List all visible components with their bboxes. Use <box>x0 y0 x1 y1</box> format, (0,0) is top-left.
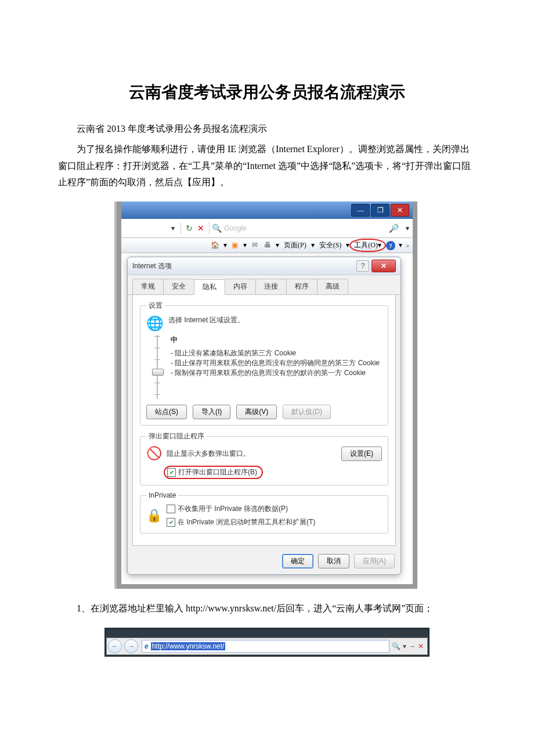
default-button[interactable]: 默认值(D) <box>283 405 331 419</box>
popup-enable-checkbox[interactable]: ✔ 打开弹出窗口阻止程序(B) <box>164 466 263 479</box>
globe-icon: 🌐 <box>146 315 164 332</box>
dialog-tabs: 常规 安全 隐私 内容 连接 程序 高级 <box>128 275 400 295</box>
dialog-help-icon[interactable]: ? <box>356 260 369 272</box>
screenshot-ie-addressbar: ← → e http://www.ynrsksw.net/ 🔍 ▾ → ✕ <box>104 628 430 657</box>
go-icon[interactable]: → <box>409 642 416 650</box>
rss-icon[interactable]: ▣ <box>230 241 240 250</box>
stop-icon[interactable]: ✕ <box>418 642 424 650</box>
dialog-close-button[interactable]: ✕ <box>371 260 396 272</box>
tab-general[interactable]: 常规 <box>132 279 164 294</box>
tab-connections[interactable]: 连接 <box>255 279 287 294</box>
import-button[interactable]: 导入(I) <box>193 405 230 419</box>
group-settings-legend: 设置 <box>146 301 165 311</box>
search-icon[interactable]: 🔍 <box>392 642 400 650</box>
tab-security[interactable]: 安全 <box>163 279 194 294</box>
toolbar-overflow-icon[interactable]: » <box>406 241 409 250</box>
address-url: http://www.ynrsksw.net/ <box>151 642 226 650</box>
menu-safety[interactable]: 安全(S) <box>318 240 343 250</box>
group-inprivate: InPrivate 🔒 不收集用于 InPrivate 筛选的数据(P) ✔ <box>140 491 388 534</box>
back-button[interactable]: ← <box>108 639 122 653</box>
popup-blocker-icon: 🚫 <box>146 446 162 461</box>
ok-button[interactable]: 确定 <box>282 554 313 568</box>
group-popup-legend: 弹出窗口阻止程序 <box>146 431 207 441</box>
address-row: ▾ ↻ ✕ 🔍 Google 🔎 ▾ <box>121 219 413 238</box>
window-close-button[interactable]: ✕ <box>391 204 409 217</box>
apply-button[interactable]: 应用(A) <box>354 554 395 568</box>
cancel-button[interactable]: 取消 <box>318 554 349 568</box>
privacy-bullet-2: - 阻止保存可用来联系您的信息而没有您的明确同意的第三方 Cookie <box>171 358 380 368</box>
group-popup-blocker: 弹出窗口阻止程序 🚫 阻止显示大多数弹出窗口。 设置(E) ✔ 打开弹出窗口阻止… <box>140 431 388 485</box>
advanced-button[interactable]: 高级(V) <box>236 405 277 419</box>
privacy-level-label: 中 <box>171 335 380 345</box>
internet-options-dialog: Internet 选项 ? ✕ 常规 安全 隐私 内容 连接 程序 高级 设置 <box>127 257 401 575</box>
search-dropdown-icon[interactable]: ▾ <box>406 224 409 232</box>
privacy-bullet-3: - 限制保存可用来联系您的信息而没有您的默许的第一方 Cookie <box>171 368 380 378</box>
tab-content[interactable]: 内容 <box>225 279 256 294</box>
tab-privacy[interactable]: 隐私 <box>194 279 225 295</box>
print-icon[interactable]: 🖶 <box>263 241 272 250</box>
menu-page[interactable]: 页面(P) <box>283 240 308 250</box>
stop-icon[interactable]: ✕ <box>197 224 204 233</box>
checkbox-icon[interactable]: ✔ <box>167 518 175 527</box>
dialog-title: Internet 选项 <box>132 261 356 271</box>
forward-button[interactable]: → <box>124 639 138 653</box>
inprivate-chk1-label: 不收集用于 InPrivate 筛选的数据(P) <box>178 504 288 514</box>
settings-desc: 选择 Internet 区域设置。 <box>168 315 244 325</box>
ie-command-bar: 🏠▾ ▣▾ ✉ 🖶▾ 页面(P)▾ 安全(S)▾ 工具(O)▾ ?▾ » <box>121 238 413 253</box>
help-icon[interactable]: ? <box>386 241 395 250</box>
address-dropdown-icon[interactable]: ▾ <box>171 224 175 232</box>
group-settings: 设置 🌐 选择 Internet 区域设置。 <box>140 301 388 426</box>
privacy-bullet-1: - 阻止没有紧凑隐私政策的第三方 Cookie <box>171 348 380 358</box>
home-icon[interactable]: 🏠 <box>211 241 220 250</box>
read-mail-icon[interactable]: ✉ <box>250 241 259 250</box>
intro-line: 云南省 2013 年度考试录用公务员报名流程演示 <box>58 121 476 138</box>
sites-button[interactable]: 站点(S) <box>146 405 187 419</box>
popup-settings-button[interactable]: 设置(E) <box>341 447 382 461</box>
popup-enable-label: 打开弹出窗口阻止程序(B) <box>178 467 257 477</box>
privacy-slider[interactable] <box>150 335 165 399</box>
search-go-icon[interactable]: 🔎 <box>389 224 399 233</box>
checkbox-icon: ✔ <box>167 468 176 477</box>
screenshot-ie-options: — ❐ ✕ ▾ ↻ ✕ 🔍 Google 🔎 ▾ 🏠▾ ▣▾ ✉ 🖶▾ <box>117 201 417 589</box>
step-1-paragraph: 1、在浏览器地址栏里输入 http://www.ynrsksw.net/后回车，… <box>58 600 476 617</box>
address-bar[interactable]: e http://www.ynrsksw.net/ <box>142 640 389 653</box>
ie-logo-icon: e <box>145 642 149 650</box>
window-titlebar: — ❐ ✕ <box>121 201 413 219</box>
search-icon: 🔍 <box>212 224 222 233</box>
refresh-icon[interactable]: ↻ <box>186 224 193 233</box>
tab-advanced[interactable]: 高级 <box>317 279 348 294</box>
checkbox-icon[interactable] <box>167 505 175 513</box>
svg-line-0 <box>316 254 320 255</box>
tab-programs[interactable]: 程序 <box>286 279 317 294</box>
instruction-paragraph: 为了报名操作能够顺利进行，请使用 IE 浏览器（Internet Explore… <box>58 141 476 191</box>
inprivate-chk2-label: 在 InPrivate 浏览启动时禁用工具栏和扩展(T) <box>178 517 315 527</box>
minimize-button[interactable]: — <box>351 204 370 217</box>
search-placeholder[interactable]: Google <box>224 224 247 232</box>
group-inprivate-legend: InPrivate <box>146 491 178 499</box>
annotation-arrow <box>277 254 359 255</box>
menu-tools[interactable]: 工具(O)▾ <box>353 240 383 250</box>
restore-button[interactable]: ❐ <box>371 204 389 217</box>
popup-desc: 阻止显示大多数弹出窗口。 <box>167 449 250 459</box>
page-title: 云南省度考试录用公务员报名流程演示 <box>58 81 476 103</box>
inprivate-icon: 🔒 <box>146 508 162 523</box>
